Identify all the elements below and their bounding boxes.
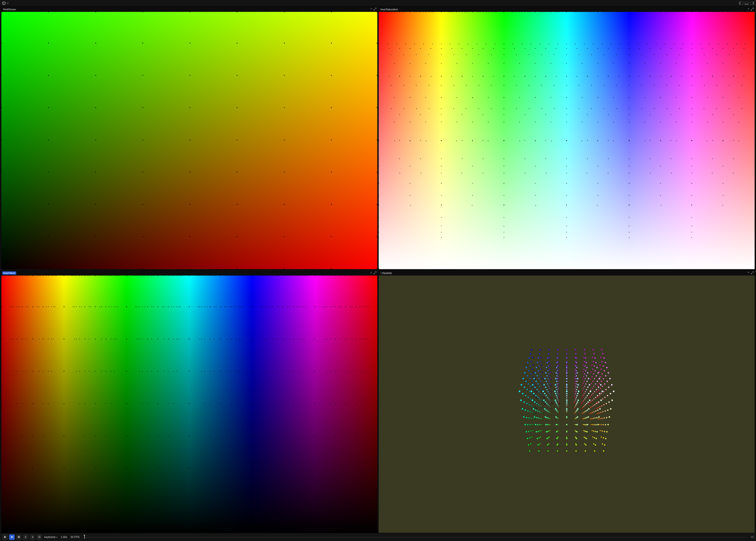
chevron-down-icon: ▾ bbox=[7, 2, 8, 4]
help-icon[interactable]: ? bbox=[748, 271, 749, 274]
timeline-track[interactable] bbox=[84, 535, 748, 539]
help-icon[interactable]: ? bbox=[370, 8, 372, 11]
app-root: ▾ Red/Green ? Hue bbox=[0, 0, 756, 541]
toggle-left-panel-button[interactable] bbox=[739, 2, 743, 5]
panel-header: Red/Green ? bbox=[1, 7, 377, 12]
step-forward-button[interactable] bbox=[9, 534, 15, 540]
chevron-up-icon: ▴ bbox=[56, 536, 57, 538]
loop-button[interactable] bbox=[37, 534, 42, 540]
timeline-mode-label: keyframe bbox=[44, 536, 55, 539]
help-icon[interactable]: ? bbox=[748, 8, 749, 11]
timeline-end-label: #0 bbox=[751, 536, 754, 539]
next-button[interactable] bbox=[30, 534, 35, 540]
panel-hue-value: Hue/Value ? bbox=[1, 270, 377, 533]
panel-hue-saturation: Hue/Saturation ? bbox=[379, 7, 755, 269]
panel-header: / (Spatial) ? bbox=[379, 270, 755, 275]
toggle-bottom-panel-button[interactable] bbox=[745, 2, 749, 5]
timeline-line bbox=[85, 537, 748, 537]
svg-marker-2 bbox=[4, 536, 6, 538]
svg-marker-3 bbox=[11, 536, 12, 538]
maximize-icon[interactable] bbox=[751, 8, 754, 11]
maximize-icon[interactable] bbox=[374, 271, 376, 274]
panel-title[interactable]: Hue/Value bbox=[2, 271, 16, 274]
viewport-red-green[interactable] bbox=[1, 12, 377, 269]
viewport-hue-value[interactable] bbox=[1, 275, 377, 533]
viewport-grid: Red/Green ? Hue/Saturation ? bbox=[0, 6, 756, 533]
panel-title[interactable]: Hue/Saturation bbox=[380, 8, 399, 11]
maximize-icon[interactable] bbox=[751, 271, 754, 274]
svg-rect-4 bbox=[12, 536, 13, 538]
toggle-right-panel-button[interactable] bbox=[750, 2, 754, 5]
prev-button[interactable] bbox=[23, 534, 28, 540]
viewport-hue-saturation[interactable] bbox=[379, 12, 755, 269]
app-menu-button[interactable]: ▾ bbox=[2, 1, 8, 5]
timeline-toolbar: keyframe ▴ 1.00x 30 FPS #0 bbox=[0, 533, 756, 541]
panel-spatial: / (Spatial) ? bbox=[379, 270, 755, 533]
timeline-mode-selector[interactable]: keyframe ▴ bbox=[43, 536, 58, 539]
panel-red-green: Red/Green ? bbox=[1, 7, 377, 269]
svg-rect-5 bbox=[18, 536, 18, 538]
layout-toggle-group bbox=[739, 2, 754, 5]
app-logo-icon bbox=[2, 1, 6, 5]
viewport-spatial[interactable] bbox=[379, 275, 755, 533]
panel-header: Hue/Saturation ? bbox=[379, 7, 755, 12]
maximize-icon[interactable] bbox=[374, 8, 376, 11]
panel-title[interactable]: Red/Green bbox=[2, 8, 17, 11]
play-button[interactable] bbox=[2, 534, 8, 540]
timeline-fps[interactable]: 30 FPS bbox=[70, 536, 81, 539]
panel-title[interactable]: / (Spatial) bbox=[380, 271, 393, 274]
panel-header: Hue/Value ? bbox=[1, 270, 377, 275]
timeline-playhead[interactable] bbox=[84, 536, 85, 539]
help-icon[interactable]: ? bbox=[370, 271, 372, 274]
pause-button[interactable] bbox=[16, 534, 21, 540]
menubar: ▾ bbox=[0, 0, 756, 6]
svg-rect-6 bbox=[19, 536, 20, 538]
timeline-speed[interactable]: 1.00x bbox=[60, 536, 68, 539]
